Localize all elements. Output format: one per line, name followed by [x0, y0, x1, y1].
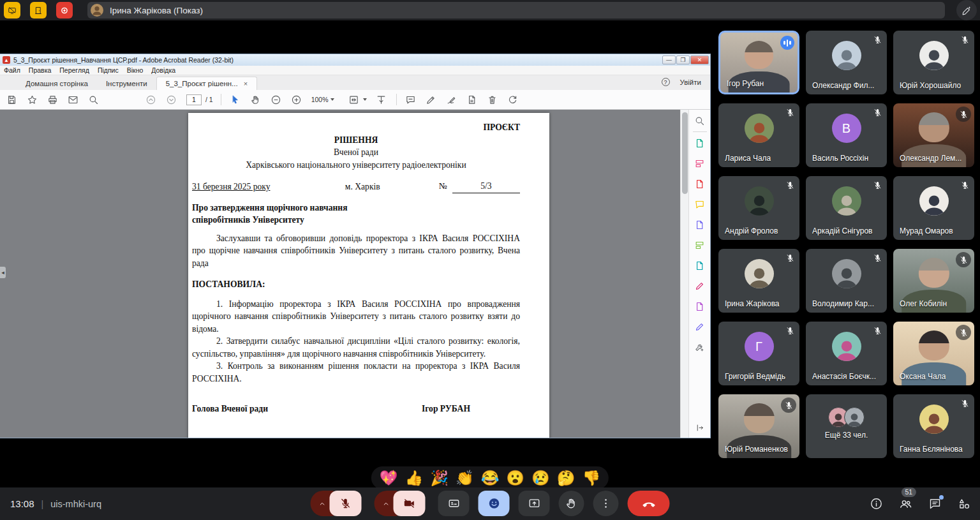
vertical-scrollbar[interactable] — [680, 110, 688, 438]
participant-tile[interactable]: Ганна Бєлянінова — [893, 394, 974, 458]
page-number-input[interactable]: 1 — [186, 94, 202, 105]
record-button[interactable] — [56, 2, 73, 19]
scroll-mode-button[interactable] — [376, 94, 387, 105]
chat-button[interactable] — [928, 497, 942, 510]
participant-tile[interactable]: Олександр Фил... — [806, 31, 887, 94]
edit-pdf-tool[interactable] — [694, 158, 705, 169]
participant-tile[interactable]: Оксана Чала — [893, 322, 974, 385]
delete-pages-button[interactable] — [487, 94, 498, 105]
participant-tile[interactable]: Олег Кобилін — [893, 249, 974, 313]
annotate-button[interactable] — [956, 0, 977, 20]
participant-tile[interactable]: Лариса Чала — [718, 103, 799, 167]
organize-pages-tool[interactable] — [694, 240, 705, 251]
mic-toggle-button[interactable] — [330, 491, 362, 516]
participant-tile[interactable]: ВВасиль Россіхін — [806, 103, 887, 167]
reaction-emoji: 💖 — [380, 469, 398, 487]
participants-button[interactable]: 51 — [899, 497, 912, 510]
fill-sign-button[interactable] — [446, 94, 457, 105]
participant-tile[interactable]: Мурад Омаров — [893, 176, 974, 240]
tab-document[interactable]: 5_3_Проєкт рішенн... × — [156, 77, 257, 90]
reactions-button[interactable] — [479, 491, 510, 516]
tab-close-icon[interactable]: × — [244, 80, 248, 87]
participant-name: Василь Россіхін — [812, 154, 868, 163]
doc-watermark: ПРОЄКТ — [192, 121, 520, 134]
presentation-off-button[interactable] — [4, 2, 20, 19]
next-page-button[interactable] — [166, 94, 177, 105]
mic-off-icon — [960, 35, 970, 45]
zoom-level-select[interactable]: 100% — [311, 96, 329, 103]
menu-item-sign[interactable]: Підпис — [98, 66, 119, 74]
request-signatures-tool[interactable] — [694, 301, 705, 312]
page-count-label[interactable]: / 1 — [205, 96, 213, 103]
select-tool-button[interactable] — [230, 94, 241, 105]
participant-tile[interactable]: Анастасія Боєчк... — [806, 322, 887, 385]
zoom-in-button[interactable] — [291, 94, 302, 105]
participant-tile[interactable]: Юрій Романенков — [718, 394, 799, 458]
find-button[interactable] — [88, 94, 99, 105]
email-button[interactable] — [68, 94, 78, 105]
menu-item-view[interactable]: Перегляд — [59, 66, 89, 74]
present-button[interactable] — [519, 491, 550, 516]
rotate-pages-button[interactable] — [507, 94, 518, 105]
help-icon[interactable]: ? — [662, 78, 670, 86]
participant-tile[interactable]: Юрій Хорошайло — [893, 31, 974, 94]
caret-down-icon[interactable] — [330, 98, 334, 101]
participant-tile[interactable]: Володимир Кар... — [806, 249, 887, 313]
camera-control — [375, 491, 426, 516]
participant-tile[interactable]: Андрій Фролов — [718, 176, 799, 240]
leave-call-button[interactable] — [628, 491, 670, 516]
print-button[interactable] — [47, 94, 58, 105]
meeting-details-button[interactable] — [870, 497, 883, 510]
raise-hand-button[interactable] — [559, 491, 584, 516]
menu-item-window[interactable]: Вікно — [127, 66, 144, 74]
search-tool[interactable] — [694, 115, 705, 126]
nav-panel-collapse-arrow[interactable]: ◂ — [0, 267, 6, 278]
expand-panel-button[interactable] — [695, 423, 704, 433]
save-button[interactable] — [6, 94, 17, 105]
comment-tool[interactable] — [694, 199, 705, 210]
menu-item-help[interactable]: Довідка — [151, 66, 175, 74]
highlight-tool-button[interactable] — [426, 94, 436, 105]
more-options-button[interactable] — [593, 491, 619, 516]
minimize-button[interactable]: — — [662, 56, 676, 64]
sign-tool[interactable] — [694, 322, 705, 332]
participant-tile[interactable]: Олександр Лем... — [893, 103, 974, 167]
create-pdf-tool[interactable] — [694, 179, 705, 189]
leave-door-button[interactable] — [30, 2, 47, 19]
tab-tools[interactable]: Інструменти — [97, 77, 156, 90]
compress-pdf-tool[interactable] — [694, 260, 705, 271]
page-fit-button[interactable] — [348, 94, 359, 105]
close-button[interactable]: ✕ — [690, 56, 709, 64]
participant-tile[interactable]: Ещё 33 чел. — [806, 394, 887, 458]
sign-in-button[interactable]: Увійти — [680, 78, 701, 86]
panel-divider — [693, 131, 707, 132]
participant-tile[interactable]: ГГригорій Ведмідь — [718, 322, 799, 385]
participant-tile[interactable]: Аркадій Снігуров — [806, 176, 887, 240]
presenter-banner[interactable]: Ірина Жарікова (Показ) — [87, 2, 945, 19]
fill-sign-tool[interactable] — [694, 281, 705, 292]
scrollbar-thumb[interactable] — [682, 112, 688, 194]
export-pdf-tool[interactable] — [694, 138, 705, 149]
menu-item-edit[interactable]: Правка — [29, 66, 51, 74]
combine-files-tool[interactable] — [694, 219, 705, 230]
participant-tile[interactable]: Ігор Рубан — [718, 31, 799, 94]
reaction-emoji: 👎 — [582, 469, 600, 487]
menu-item-file[interactable]: Файл — [4, 66, 20, 74]
camera-toggle-button[interactable] — [394, 491, 426, 516]
activities-button[interactable] — [958, 497, 971, 510]
reactions-row: 💖👍🎉👏😂😮😢🤔👎 — [371, 466, 609, 489]
more-tools[interactable] — [694, 342, 705, 353]
restore-button[interactable]: ❐ — [676, 56, 690, 64]
stamp-tool-button[interactable] — [466, 94, 477, 105]
mic-off-icon — [956, 252, 971, 267]
zoom-out-button[interactable] — [271, 94, 281, 105]
hand-tool-button[interactable] — [250, 94, 261, 105]
tab-home[interactable]: Домашня сторінка — [17, 77, 97, 90]
caret-down-icon[interactable] — [363, 98, 367, 101]
previous-page-button[interactable] — [145, 94, 156, 105]
captions-button[interactable] — [438, 491, 470, 516]
comment-tool-button[interactable] — [405, 94, 416, 105]
window-titlebar[interactable]: ▲ 5_3_Проєкт рішення_Навчання ЦСР.pdf - … — [0, 54, 710, 66]
favorites-button[interactable] — [27, 94, 38, 105]
participant-tile[interactable]: Ірина Жарікова — [718, 249, 799, 313]
